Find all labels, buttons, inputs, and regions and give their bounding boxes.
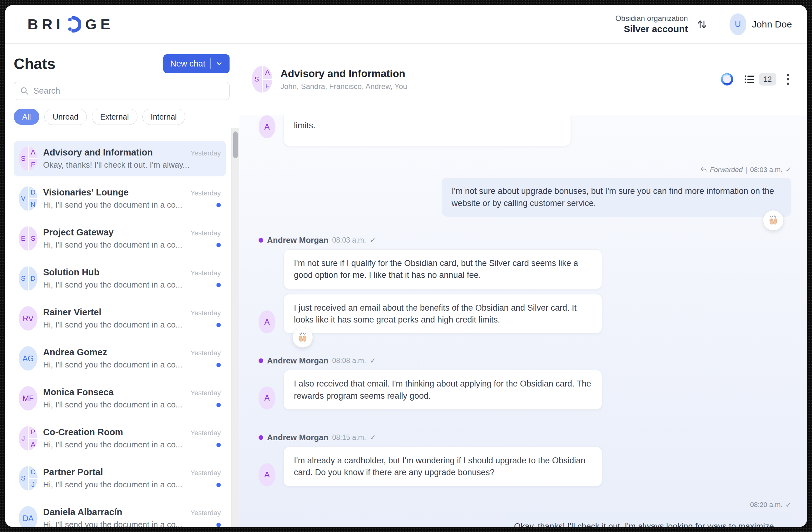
group-avatar: ES <box>19 226 38 251</box>
message-list-icon[interactable] <box>744 74 755 85</box>
chat-list-item-solution-hub[interactable]: SD Solution HubYesterday Hi, I'll send y… <box>14 261 226 296</box>
avatar-letter: A <box>259 115 275 138</box>
message-scroll-area[interactable]: A limits. Forwarded | 08:03 a.m. ✓ <box>239 115 807 527</box>
chat-list-item-visionaries[interactable]: VDN Visionaries' LoungeYesterday Hi, I'l… <box>14 181 226 216</box>
chat-time: Yesterday <box>190 389 221 397</box>
sidebar-scrollbar[interactable] <box>231 128 239 527</box>
message-text: I also received that email. I'm thinking… <box>294 379 591 400</box>
chat-preview: Hi, I'll send you the document in a co..… <box>43 320 213 330</box>
chat-preview: Hi, I'll send you the document in a co..… <box>43 280 213 290</box>
chevron-down-icon[interactable] <box>216 60 223 67</box>
message-outgoing-forwarded: Forwarded | 08:03 a.m. ✓ I'm not sure ab… <box>441 165 792 217</box>
chat-preview: Hi, I'll send you the document in a co..… <box>43 200 213 210</box>
chat-list-item-monica-fonseca[interactable]: MF Monica FonsecaYesterday Hi, I'll send… <box>14 381 226 416</box>
message-text: I'm already a cardholder, but I'm wonder… <box>294 456 585 477</box>
chat-list-item-advisory[interactable]: SAF Advisory and InformationYesterday Ok… <box>14 141 226 176</box>
filter-chip-internal[interactable]: Internal <box>142 109 185 125</box>
avatar-letter: P <box>29 426 38 438</box>
chat-list-item-rainer-viertel[interactable]: RV Rainer ViertelYesterday Hi, I'll send… <box>14 301 226 336</box>
logo-text-left: BRI <box>28 17 64 31</box>
avatar-letter: C <box>29 466 38 478</box>
avatar-letter: J <box>29 479 38 491</box>
filter-chip-unread[interactable]: Unread <box>44 109 87 125</box>
chat-list-item-co-creation-room[interactable]: JPA Co-Creation RoomYesterday Hi, I'll s… <box>14 420 226 456</box>
unread-dot <box>216 443 221 447</box>
chat-header-avatar: SAF <box>252 66 272 93</box>
unread-dot <box>216 523 221 527</box>
avatar-letter: S <box>19 146 28 171</box>
search-icon <box>20 86 29 95</box>
top-bar: BRI GE Obsidian organization Silver acco… <box>5 5 807 44</box>
meta-divider: | <box>745 166 748 174</box>
user-menu[interactable]: U John Doe <box>729 13 792 35</box>
chat-time: Yesterday <box>190 469 221 477</box>
org-account-selector[interactable]: Obsidian organization Silver account <box>615 14 688 35</box>
check-icon: ✓ <box>785 165 792 174</box>
raised-hands-icon <box>768 215 779 226</box>
raised-hands-reaction[interactable] <box>293 327 313 348</box>
kebab-menu-icon[interactable] <box>786 72 790 86</box>
avatar-letter: A <box>29 146 38 158</box>
chat-name: Advisory and Information <box>43 147 186 158</box>
filter-chip-all[interactable]: All <box>14 109 39 125</box>
group-avatar: SAF <box>19 146 38 171</box>
chat-participants: John, Sandra, Francisco, Andrew, You <box>280 82 407 91</box>
chat-name: Solution Hub <box>43 267 186 278</box>
avatar-letter: S <box>19 466 28 490</box>
ai-assistant-orb-icon[interactable] <box>720 72 735 87</box>
check-icon: ✓ <box>370 433 376 442</box>
raised-hands-reaction[interactable] <box>763 210 783 231</box>
logo-d-icon <box>68 16 81 33</box>
avatar-letter: AG <box>19 346 38 371</box>
unread-dot <box>216 403 221 407</box>
chat-name: Monica Fonseca <box>43 387 186 397</box>
message-text: I just received an email about the benef… <box>294 303 577 324</box>
chat-preview: Hi, I'll send you the document in a co..… <box>43 440 213 449</box>
chat-name: Project Gateway <box>43 227 186 238</box>
chat-list-item-project-gateway[interactable]: ES Project GatewayYesterday Hi, I'll sen… <box>14 221 226 256</box>
chat-name: Daniela Albarracín <box>43 507 186 517</box>
switch-account-icon[interactable] <box>696 18 708 30</box>
unread-count-badge: 12 <box>759 73 777 86</box>
filter-chip-external[interactable]: External <box>92 109 137 125</box>
chat-list-item-andrea-gomez[interactable]: AG Andrea GomezYesterday Hi, I'll send y… <box>14 341 226 376</box>
avatar-letter: D <box>29 187 38 198</box>
avatar-letter: E <box>19 226 28 251</box>
search-box[interactable] <box>14 82 230 100</box>
app-window: BRI GE Obsidian organization Silver acco… <box>5 5 807 527</box>
chats-sidebar: Chats New chat <box>5 44 239 527</box>
chat-list-item-daniela-albarracin[interactable]: DA Daniela AlbarracínYesterday Hi, I'll … <box>14 501 226 527</box>
message-outgoing-2: 08:20 a.m. ✓ Okay, thanks! I'll check it… <box>504 501 792 527</box>
org-name: Obsidian organization <box>615 14 688 23</box>
avatar-letter: D <box>29 266 38 291</box>
chat-time: Yesterday <box>190 229 221 237</box>
avatar: AG <box>19 346 38 371</box>
message-text: Okay, thanks! I'll check it out. I'm alw… <box>514 522 774 527</box>
unread-dot <box>216 323 221 327</box>
group-avatar: JPA <box>19 426 38 450</box>
user-avatar: U <box>729 13 746 35</box>
avatar: MF <box>19 386 38 411</box>
chat-time: Yesterday <box>190 269 221 277</box>
new-chat-button[interactable]: New chat <box>163 54 230 73</box>
sender-name: Andrew Morgan <box>267 433 328 442</box>
chat-name: Rainer Viertel <box>43 307 186 317</box>
chat-time: Yesterday <box>190 309 221 317</box>
message-time: 08:03 a.m. <box>750 166 783 174</box>
sidebar-scrollbar-thumb[interactable] <box>233 131 238 158</box>
chat-name: Partner Portal <box>43 467 186 477</box>
avatar-letter: MF <box>19 386 38 411</box>
avatar-letter: S <box>252 66 262 93</box>
message-text: limits. <box>294 121 316 130</box>
avatar-letter: RV <box>19 306 38 331</box>
sender-status-dot <box>259 238 263 242</box>
check-icon: ✓ <box>370 356 376 365</box>
group-avatar: SD <box>19 266 38 291</box>
conversation-panel: SAF Advisory and Information John, Sandr… <box>239 44 807 527</box>
sender-avatar: A <box>259 463 275 486</box>
bridge-logo: BRI GE <box>28 16 114 33</box>
search-input[interactable] <box>33 86 223 96</box>
chat-time: Yesterday <box>190 149 221 157</box>
message-time: 08:20 a.m. <box>750 501 783 509</box>
chat-list-item-partner-portal[interactable]: SCJ Partner PortalYesterday Hi, I'll sen… <box>14 460 226 496</box>
